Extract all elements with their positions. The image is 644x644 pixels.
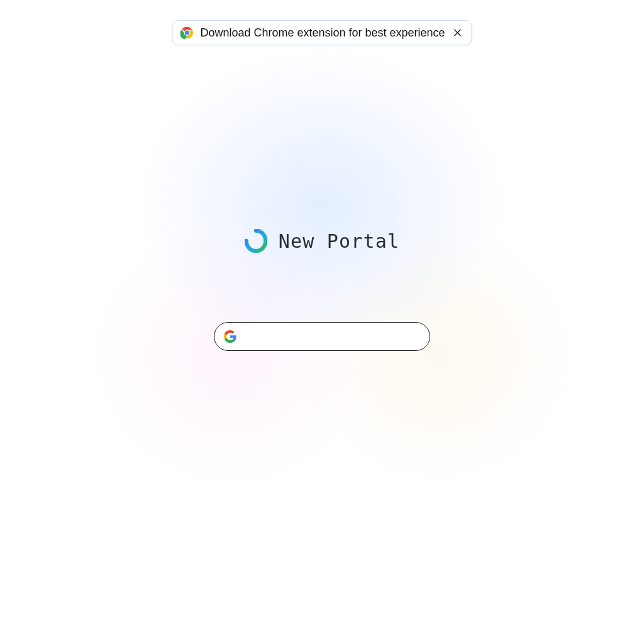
close-icon[interactable] — [452, 26, 464, 39]
search-input[interactable] — [245, 330, 421, 343]
search-bar[interactable] — [214, 322, 430, 351]
banner-text: Download Chrome extension for best exper… — [200, 26, 445, 40]
chrome-icon — [180, 26, 194, 40]
title-row: New Portal — [0, 229, 644, 253]
google-icon — [223, 330, 237, 343]
extension-banner[interactable]: Download Chrome extension for best exper… — [172, 20, 472, 45]
portal-logo-icon — [245, 229, 267, 253]
page-title: New Portal — [279, 230, 400, 252]
